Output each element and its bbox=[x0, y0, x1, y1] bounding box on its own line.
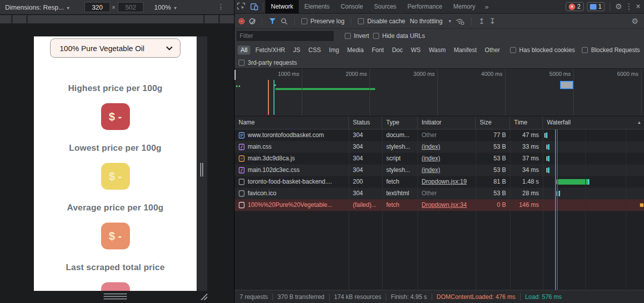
device-toolbar-menu-icon[interactable]: ⋮ bbox=[217, 3, 224, 11]
request-name-cell[interactable]: favicon.ico bbox=[235, 188, 349, 199]
inspect-element-icon[interactable] bbox=[235, 0, 248, 14]
settings-gear-icon[interactable]: ⚙ bbox=[615, 2, 622, 11]
device-height-input[interactable] bbox=[118, 2, 144, 12]
network-overview-timeline[interactable]: 1000 ms2000 ms3000 ms4000 ms5000 ms6000 … bbox=[235, 69, 644, 116]
request-waterfall-cell bbox=[543, 141, 644, 153]
timeline-tick-label: 6000 ms bbox=[606, 71, 638, 77]
overview-selection-handle[interactable] bbox=[235, 70, 236, 80]
network-settings-gear-icon[interactable]: ⚙ bbox=[632, 17, 638, 26]
import-har-icon[interactable]: ↥ bbox=[478, 17, 485, 26]
type-filter-font[interactable]: Font bbox=[369, 46, 387, 55]
network-request-row[interactable]: main.102dc3ec.css304stylesh...(index)53 … bbox=[235, 164, 644, 176]
divider bbox=[351, 17, 351, 25]
initiator-link[interactable]: (index) bbox=[422, 166, 440, 174]
device-zoom-select[interactable]: 100%▾ bbox=[154, 4, 176, 11]
overview-selection-box[interactable] bbox=[560, 81, 573, 89]
type-filter-manifest[interactable]: Manifest bbox=[451, 46, 480, 55]
request-name-cell[interactable]: main.css bbox=[235, 141, 349, 153]
network-status-bar: 7 requests370 B transferred174 kB resour… bbox=[235, 290, 644, 303]
error-count-badge[interactable]: × 2 bbox=[566, 2, 584, 11]
request-name: favicon.ico bbox=[248, 188, 277, 199]
resize-handle-vertical[interactable] bbox=[200, 163, 204, 179]
column-header-name[interactable]: Name bbox=[235, 116, 349, 129]
initiator-link[interactable]: (index) bbox=[422, 155, 440, 162]
tab-sources[interactable]: Sources bbox=[369, 0, 402, 14]
error-icon: × bbox=[569, 4, 575, 10]
initiator-link[interactable]: Dropdown.jsx:19 bbox=[422, 178, 467, 185]
record-network-log-button[interactable] bbox=[239, 18, 245, 24]
request-name: main.3dc9d8ca.js bbox=[248, 153, 295, 164]
tab-network[interactable]: Network bbox=[265, 0, 299, 14]
throttling-select[interactable]: No throttling ▾ bbox=[410, 18, 451, 25]
column-header-type[interactable]: Type bbox=[382, 116, 418, 129]
timeline-tick-label: 3000 ms bbox=[402, 71, 435, 77]
request-time-cell: 28 ms bbox=[510, 188, 543, 199]
type-filter-wasm[interactable]: Wasm bbox=[426, 46, 449, 55]
column-header-initiator[interactable]: Initiator bbox=[418, 116, 476, 129]
search-icon[interactable] bbox=[281, 18, 288, 25]
network-request-row[interactable]: 100%%20Pure%20Vegetable...(failed)...fet… bbox=[235, 199, 644, 211]
issues-badge[interactable]: 1 bbox=[587, 2, 605, 11]
column-header-status[interactable]: Status bbox=[349, 116, 382, 129]
network-conditions-icon[interactable] bbox=[455, 18, 465, 25]
has-blocked-cookies-checkbox[interactable] bbox=[510, 47, 516, 53]
type-filter-fetch-xhr[interactable]: Fetch/XHR bbox=[252, 46, 288, 55]
request-name-cell[interactable]: www.torontofoodbasket.com bbox=[235, 129, 349, 141]
type-filter-all[interactable]: All bbox=[238, 46, 250, 55]
type-filter-media[interactable]: Media bbox=[344, 46, 367, 55]
price-badge: $ - bbox=[101, 103, 130, 130]
type-filter-ws[interactable]: WS bbox=[408, 46, 424, 55]
network-request-row[interactable]: www.torontofoodbasket.com304docum...Othe… bbox=[235, 129, 644, 141]
request-time-cell: 37 ms bbox=[510, 153, 543, 164]
filter-input[interactable] bbox=[237, 31, 334, 41]
tab-console[interactable]: Console bbox=[335, 0, 369, 14]
preserve-log-checkbox[interactable] bbox=[301, 18, 307, 24]
tab-memory[interactable]: Memory bbox=[448, 0, 481, 14]
network-request-row[interactable]: main.css304stylesh...(index)53 B33 ms bbox=[235, 141, 644, 153]
viewport-resize-gutter[interactable] bbox=[197, 36, 207, 291]
request-size-cell: 53 B bbox=[476, 153, 510, 164]
hide-data-urls-checkbox[interactable] bbox=[373, 33, 379, 39]
device-toolbar-toggle-icon[interactable] bbox=[248, 0, 261, 14]
third-party-checkbox[interactable] bbox=[239, 60, 245, 66]
request-name-cell[interactable]: main.102dc3ec.css bbox=[235, 164, 349, 176]
close-icon[interactable]: × bbox=[636, 2, 640, 11]
network-request-row[interactable]: favicon.ico304text/htmlOther53 B28 ms bbox=[235, 188, 644, 199]
request-name-cell[interactable]: 100%%20Pure%20Vegetable... bbox=[235, 199, 349, 211]
request-status-cell: 304 bbox=[349, 188, 382, 199]
overview-request-bar bbox=[275, 88, 375, 90]
request-name-cell[interactable]: toronto-food-basket-backend.... bbox=[235, 176, 349, 188]
export-har-icon[interactable]: ↧ bbox=[489, 17, 496, 26]
tab-elements[interactable]: Elements bbox=[299, 0, 335, 14]
product-select[interactable]: 100% Pure Vegetable Oil bbox=[50, 38, 180, 58]
initiator-link[interactable]: (index) bbox=[422, 143, 440, 150]
type-filter-other[interactable]: Other bbox=[482, 46, 503, 55]
more-tabs-button[interactable]: » bbox=[481, 3, 492, 11]
viewport-bottom-resize-handle[interactable] bbox=[104, 293, 128, 301]
column-header-size[interactable]: Size bbox=[476, 116, 510, 129]
column-header-time[interactable]: Time bbox=[510, 116, 543, 129]
tab-performance[interactable]: Performance bbox=[402, 0, 448, 14]
devtools-menu-icon[interactable]: ⋮ bbox=[625, 2, 633, 11]
dimensions-select[interactable]: Dimensions: Resp...▾ bbox=[5, 4, 69, 11]
initiator-link[interactable]: Dropdown.jsx:34 bbox=[422, 201, 467, 208]
request-name-cell[interactable]: ‹›main.3dc9d8ca.js bbox=[235, 153, 349, 164]
request-icon bbox=[239, 202, 245, 208]
corner-resize-handle[interactable] bbox=[199, 292, 208, 301]
invert-checkbox[interactable] bbox=[345, 33, 351, 39]
type-filter-css[interactable]: CSS bbox=[305, 46, 324, 55]
network-request-row[interactable]: ‹›main.3dc9d8ca.js304script(index)53 B37… bbox=[235, 153, 644, 164]
load-time: Load: 576 ms bbox=[525, 293, 562, 300]
filter-icon[interactable] bbox=[269, 18, 276, 24]
device-width-input[interactable] bbox=[84, 2, 110, 12]
column-header-label: Time bbox=[514, 116, 527, 129]
type-filter-img[interactable]: Img bbox=[326, 46, 342, 55]
disable-cache-checkbox[interactable] bbox=[358, 18, 364, 24]
network-request-row[interactable]: toronto-food-basket-backend....200fetchD… bbox=[235, 176, 644, 188]
blocked-requests-checkbox[interactable] bbox=[582, 47, 588, 53]
type-filter-js[interactable]: JS bbox=[290, 46, 303, 55]
devtools-tabbar: NetworkElementsConsoleSourcesPerformance… bbox=[235, 0, 644, 14]
clear-network-log-button[interactable] bbox=[249, 18, 255, 24]
type-filter-doc[interactable]: Doc bbox=[389, 46, 405, 55]
column-header-waterfall[interactable]: Waterfall▲ bbox=[543, 116, 644, 129]
